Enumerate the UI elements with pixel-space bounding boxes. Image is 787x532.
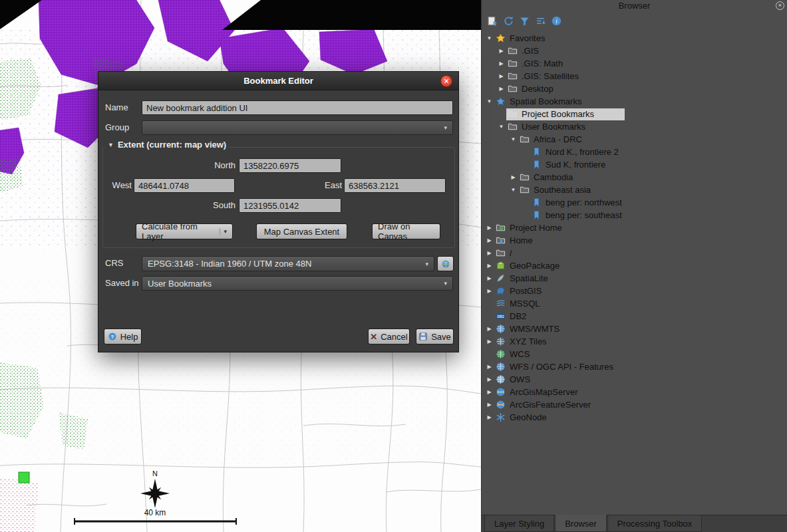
draw-on-canvas-button[interactable]: Draw on Canvas bbox=[372, 223, 440, 239]
dialog-titlebar[interactable]: Bookmark Editor ✕ bbox=[98, 72, 458, 90]
tree-item-sud-k-frontiere[interactable]: Sud K, frontiere bbox=[482, 158, 787, 171]
geopackage-icon bbox=[496, 261, 507, 271]
db2-icon: DB2 bbox=[496, 311, 507, 322]
extent-header[interactable]: ▼ Extent (current: map view) bbox=[105, 140, 229, 150]
chevron-right-icon[interactable]: ▶ bbox=[484, 275, 494, 281]
tree-item-label: beng per: northwest bbox=[543, 198, 622, 207]
tree-item-mssql[interactable]: MSSQL bbox=[482, 297, 787, 310]
tree-item-root[interactable]: ▶/ bbox=[482, 247, 787, 259]
tab-layer-styling[interactable]: Layer Styling bbox=[484, 515, 554, 532]
chevron-right-icon[interactable]: ▶ bbox=[484, 389, 494, 395]
name-input[interactable] bbox=[142, 100, 453, 115]
tree-item-beng-per-northwest[interactable]: beng per: northwest bbox=[482, 196, 787, 209]
dialog-title: Bookmark Editor bbox=[243, 76, 313, 86]
chevron-right-icon[interactable]: ▶ bbox=[484, 250, 494, 256]
calculate-from-layer-button[interactable]: Calculate from Layer ▾ bbox=[136, 223, 233, 239]
tree-item-label: ArcGisMapServer bbox=[507, 387, 578, 397]
collapse-all-icon[interactable] bbox=[535, 15, 546, 27]
chevron-right-icon[interactable]: ▶ bbox=[496, 48, 506, 54]
tree-item-label: Home bbox=[507, 235, 533, 245]
tree-item-arcgisfeatureserver[interactable]: ▶ArcGisFeatureServer bbox=[482, 398, 787, 411]
chevron-right-icon[interactable]: ▶ bbox=[496, 73, 506, 79]
chevron-right-icon[interactable]: ▶ bbox=[484, 338, 494, 344]
chevron-right-icon[interactable]: ▶ bbox=[496, 86, 506, 92]
tree-item-favorites[interactable]: ▼Favorites bbox=[482, 32, 787, 45]
tree-item-geopackage[interactable]: ▶GeoPackage bbox=[482, 259, 787, 272]
tree-item-gis-math[interactable]: ▶.GIS: Math bbox=[482, 57, 787, 70]
chevron-right-icon[interactable]: ▶ bbox=[496, 61, 506, 66]
tree-item-gis[interactable]: ▶.GIS bbox=[482, 45, 787, 57]
chevron-right-icon[interactable]: ▶ bbox=[484, 376, 494, 382]
tree-item-ows[interactable]: ▶OWS bbox=[482, 373, 787, 386]
north-input[interactable] bbox=[239, 158, 341, 173]
tree-item-content: Home bbox=[494, 235, 536, 247]
tree-item-gis-satellites[interactable]: ▶.GIS: Satellites bbox=[482, 70, 787, 82]
tree-item-africa-drc[interactable]: ▼Africa - DRC bbox=[482, 133, 787, 146]
tree-item-db2[interactable]: DB2DB2 bbox=[482, 310, 787, 323]
east-input[interactable] bbox=[344, 178, 446, 193]
crs-combobox[interactable]: EPSG:3148 - Indian 1960 / UTM zone 48N ▾ bbox=[142, 256, 434, 271]
add-selected-layers-icon[interactable] bbox=[487, 15, 498, 27]
tree-item-wfs-ogc-api-features[interactable]: ▶WFS / OGC API - Features bbox=[482, 360, 787, 373]
tree-item-cambodia[interactable]: ▶Cambodia bbox=[482, 171, 787, 184]
chevron-down-icon[interactable]: ▼ bbox=[508, 187, 518, 193]
tree-item-spatialite[interactable]: ▶SpatiaLite bbox=[482, 272, 787, 285]
map-canvas-extent-button[interactable]: Map Canvas Extent bbox=[256, 223, 347, 239]
south-input[interactable] bbox=[239, 198, 341, 213]
spatialite-icon bbox=[496, 273, 507, 284]
chevron-right-icon[interactable]: ▶ bbox=[484, 237, 494, 243]
tree-item-label: Africa - DRC bbox=[531, 134, 582, 144]
tree-item-xyz-tiles[interactable]: ▶XYZ Tiles bbox=[482, 335, 787, 348]
tree-item-wcs[interactable]: WCS bbox=[482, 348, 787, 360]
chevron-right-icon[interactable]: ▶ bbox=[484, 414, 494, 420]
tree-item-geonode[interactable]: ▶GeoNode bbox=[482, 411, 787, 424]
tree-item-arcgismapserver[interactable]: ▶ArcGisMapServer bbox=[482, 386, 787, 398]
select-crs-button[interactable] bbox=[437, 256, 454, 271]
chevron-right-icon[interactable]: ▶ bbox=[484, 225, 494, 231]
chevron-right-icon[interactable]: ▶ bbox=[484, 263, 494, 269]
tree-item-label: Favorites bbox=[507, 33, 545, 43]
tree-item-home[interactable]: ▶Home bbox=[482, 234, 787, 247]
chevron-right-icon[interactable]: ▶ bbox=[484, 288, 494, 294]
globe-arc2-icon bbox=[496, 400, 507, 410]
tree-item-user-bookmarks[interactable]: ▼User Bookmarks bbox=[482, 120, 787, 133]
tree-item-desktop[interactable]: ▶Desktop bbox=[482, 82, 787, 95]
chevron-down-icon[interactable]: ▼ bbox=[496, 124, 506, 130]
saved-in-combobox[interactable]: User Bookmarks ▾ bbox=[142, 276, 453, 291]
filter-browser-icon[interactable] bbox=[519, 15, 530, 27]
chevron-right-icon[interactable]: ▶ bbox=[484, 402, 494, 408]
dialog-close-button[interactable]: ✕ bbox=[440, 75, 452, 87]
save-button[interactable]: Save bbox=[416, 329, 454, 344]
cancel-button[interactable]: ✕ Cancel bbox=[368, 329, 410, 344]
panel-close-icon[interactable]: × bbox=[776, 1, 784, 10]
group-combobox[interactable]: ▾ bbox=[142, 120, 453, 135]
properties-widget-icon[interactable]: i bbox=[551, 15, 562, 27]
land-cover-pink bbox=[0, 477, 39, 532]
tree-item-project-bookmarks[interactable]: Project Bookmarks bbox=[482, 108, 787, 120]
crs-label: CRS bbox=[105, 256, 138, 271]
tree-item-postgis[interactable]: ▶PostGIS bbox=[482, 285, 787, 297]
chevron-down-icon[interactable]: ▼ bbox=[508, 136, 518, 142]
west-input[interactable] bbox=[134, 178, 235, 193]
tree-item-content: GeoPackage bbox=[494, 260, 562, 272]
tree-item-spatial-bookmarks[interactable]: ▼Spatial Bookmarks bbox=[482, 95, 787, 108]
help-button[interactable]: ? Help bbox=[104, 329, 142, 344]
tree-item-southeast-asia[interactable]: ▼Southeast asia bbox=[482, 184, 787, 196]
tree-item-project-home[interactable]: ▶Project Home bbox=[482, 221, 787, 234]
qgis-window: N 40 km Bookmark Editor ✕ Name Group ▾ bbox=[0, 0, 787, 532]
cancel-button-label: Cancel bbox=[381, 332, 407, 342]
tree-item-beng-per-southeast[interactable]: beng per: southeast bbox=[482, 209, 787, 221]
chevron-right-icon[interactable]: ▶ bbox=[484, 326, 494, 332]
tree-item-content: Africa - DRC bbox=[518, 134, 585, 146]
chevron-down-icon[interactable]: ▼ bbox=[484, 98, 494, 104]
browser-panel-titlebar[interactable]: Browser × bbox=[482, 0, 787, 12]
chevron-right-icon[interactable]: ▶ bbox=[508, 174, 518, 180]
tree-item-nord-k-frontiere-2[interactable]: Nord K., frontiere 2 bbox=[482, 146, 787, 158]
chevron-right-icon[interactable]: ▶ bbox=[484, 364, 494, 370]
refresh-icon[interactable] bbox=[503, 15, 514, 27]
tab-browser[interactable]: Browser bbox=[555, 515, 607, 532]
chevron-down-icon[interactable]: ▼ bbox=[484, 35, 494, 41]
tree-item-content: User Bookmarks bbox=[506, 121, 588, 133]
tab-processing-toolbox[interactable]: Processing Toolbox bbox=[607, 515, 703, 532]
tree-item-wms-wmts[interactable]: ▶WMS/WMTS bbox=[482, 323, 787, 335]
